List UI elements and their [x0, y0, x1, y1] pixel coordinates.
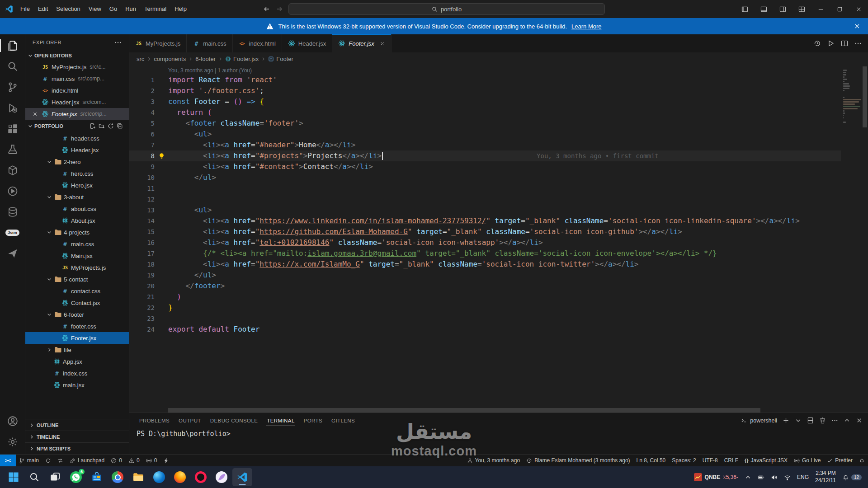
open-editor-main-css[interactable]: #main.csssrc\comp... [25, 73, 129, 84]
menu-view[interactable]: View [85, 0, 105, 18]
back-button[interactable] [263, 5, 270, 13]
tree-item-header-jsx[interactable]: Header.jsx [25, 144, 129, 156]
tree-item-hero-css[interactable]: #hero.css [25, 168, 129, 179]
code-line[interactable]: 11 [129, 183, 841, 194]
gitlens-compare[interactable] [54, 455, 66, 466]
breadcrumb-6-footer[interactable]: 6-footer [195, 56, 216, 62]
tree-item-footer-css[interactable]: #footer.css [25, 320, 129, 332]
taskbar-start[interactable] [4, 468, 24, 486]
eol[interactable]: CRLF [721, 455, 741, 466]
code-line[interactable]: 20 </footer> [129, 281, 841, 291]
menu-file[interactable]: File [16, 0, 34, 18]
notifications[interactable] [856, 455, 868, 466]
activity-settings[interactable] [0, 432, 25, 452]
taskbar-search[interactable] [24, 468, 44, 486]
close-editor-icon[interactable] [31, 111, 38, 117]
menu-terminal[interactable]: Terminal [140, 0, 170, 18]
clock[interactable]: 2:34 PM 24/12/11 [815, 470, 836, 484]
tree-item-3-about[interactable]: 3-about [25, 191, 129, 203]
tab-myprojects-js[interactable]: JSMyProjects.js [129, 34, 187, 52]
code-line[interactable]: 6 <ul> [129, 129, 841, 140]
activity-search[interactable] [0, 56, 25, 77]
editor-more-actions-button[interactable] [854, 40, 862, 47]
tree-item-about-css[interactable]: #about.css [25, 203, 129, 215]
encoding[interactable]: UTF-8 [699, 455, 721, 466]
close-panel-icon[interactable] [856, 417, 863, 424]
taskbar-task-view[interactable] [45, 468, 65, 486]
breadcrumb-src[interactable]: src [137, 56, 144, 62]
tree-item-main-css[interactable]: #main.css [25, 238, 129, 250]
activity-remote-explorer[interactable] [0, 160, 25, 181]
volume-icon[interactable] [771, 474, 778, 481]
tree-item-myprojects-js[interactable]: JSMyProjects.js [25, 262, 129, 273]
problems-errors[interactable]: 0 [108, 455, 125, 466]
taskbar-whatsapp[interactable]: 6 [66, 468, 86, 486]
activity-extensions[interactable] [0, 118, 25, 139]
tree-item-index-css[interactable]: #index.css [25, 367, 129, 379]
new-file-icon[interactable] [90, 123, 96, 129]
language-mode[interactable]: {}JavaScript JSX [741, 455, 791, 466]
code-line[interactable]: 22} [129, 302, 841, 313]
terminal-dropdown-icon[interactable] [795, 417, 802, 424]
minimize-button[interactable] [811, 0, 830, 18]
new-terminal-icon[interactable] [783, 417, 789, 424]
taskbar-edge[interactable] [149, 468, 169, 486]
tree-item-6-footer[interactable]: 6-footer [25, 309, 129, 320]
network-icon[interactable] [784, 474, 791, 481]
taskbar-microsoft-store[interactable] [87, 468, 107, 486]
menu-edit[interactable]: Edit [34, 0, 52, 18]
activity-accounts[interactable] [0, 411, 25, 432]
tree-item-contact-jsx[interactable]: Contact.jsx [25, 297, 129, 309]
maximize-button[interactable] [830, 0, 849, 18]
panel-tab-problems[interactable]: PROBLEMS [135, 413, 174, 428]
split-terminal-icon[interactable] [807, 417, 814, 424]
taskbar-firefox[interactable] [170, 468, 190, 486]
editor[interactable]: You, 3 months ago | 1 author (You) 1impo… [129, 65, 868, 413]
git-sync[interactable] [42, 455, 54, 466]
command-center[interactable]: portfolio [288, 3, 605, 15]
code-line[interactable]: 15 <li><a href="https://github.com/Eslam… [129, 226, 841, 237]
code-line[interactable]: 3const Footer = () => { [129, 96, 841, 107]
code-line[interactable]: 23 [129, 313, 841, 324]
taskbar-opera[interactable] [191, 468, 211, 486]
new-folder-icon[interactable] [99, 123, 105, 129]
code-line[interactable]: 7 <li><a href="#header">Home</a></li> [129, 140, 841, 150]
gitlens-launchpad[interactable]: Launchpad [66, 455, 108, 466]
close-tab-icon[interactable] [379, 41, 385, 47]
section-outline[interactable]: OUTLINE [25, 419, 129, 431]
taskbar-lightshot[interactable] [212, 468, 231, 486]
project-header[interactable]: PORTFOLIO [25, 120, 129, 132]
breadcrumb-components[interactable]: components [154, 56, 186, 62]
code-line[interactable]: 9 <li><a href="#contact">Contact</a></li… [129, 161, 841, 172]
hidden-icons-chevron[interactable] [745, 474, 751, 481]
remote[interactable]: >< [0, 455, 16, 466]
breadcrumb-footer[interactable]: Footer [268, 56, 293, 62]
run-file-button[interactable] [827, 40, 835, 47]
code-line[interactable]: 13 <ul> [129, 205, 841, 216]
indentation[interactable]: Spaces: 2 [669, 455, 699, 466]
git-branch[interactable]: main [16, 455, 42, 466]
code-line[interactable]: 1import React from 'react' [129, 75, 841, 85]
explorer-more-actions-icon[interactable] [114, 39, 122, 46]
activity-json-tools[interactable]: Json [0, 222, 25, 243]
tree-item-contact-css[interactable]: #contact.css [25, 285, 129, 297]
taskbar-file-explorer[interactable] [128, 468, 148, 486]
code-line[interactable]: 24export default Footer [129, 324, 841, 335]
open-editor-index-html[interactable]: <>index.html [25, 84, 129, 96]
code-line[interactable]: 5 <footer className='footer'> [129, 118, 841, 129]
code-line[interactable]: 8 <li><a href="#projects">Projects</a></… [129, 150, 841, 161]
kill-terminal-icon[interactable] [819, 417, 826, 424]
tree-item-app-jsx[interactable]: App.jsx [25, 356, 129, 367]
breadcrumb-footer-jsx[interactable]: Footer.jsx [225, 56, 259, 62]
scrollbar-thumb[interactable] [863, 66, 867, 127]
tab-main-css[interactable]: #main.css [187, 34, 232, 52]
tree-item-footer-jsx[interactable]: Footer.jsx [25, 332, 129, 344]
scrollbar-thumb[interactable] [168, 408, 760, 413]
tree-item-main-jsx[interactable]: Main.jsx [25, 250, 129, 262]
activity-run-and-debug[interactable] [0, 98, 25, 118]
section-npm-scripts[interactable]: NPM SCRIPTS [25, 442, 129, 454]
panel-tab-debug-console[interactable]: DEBUG CONSOLE [206, 413, 263, 428]
horizontal-scrollbar[interactable] [168, 408, 812, 413]
open-editors-header[interactable]: OPEN EDITORS [25, 50, 129, 61]
taskbar-vscode[interactable] [232, 468, 252, 486]
